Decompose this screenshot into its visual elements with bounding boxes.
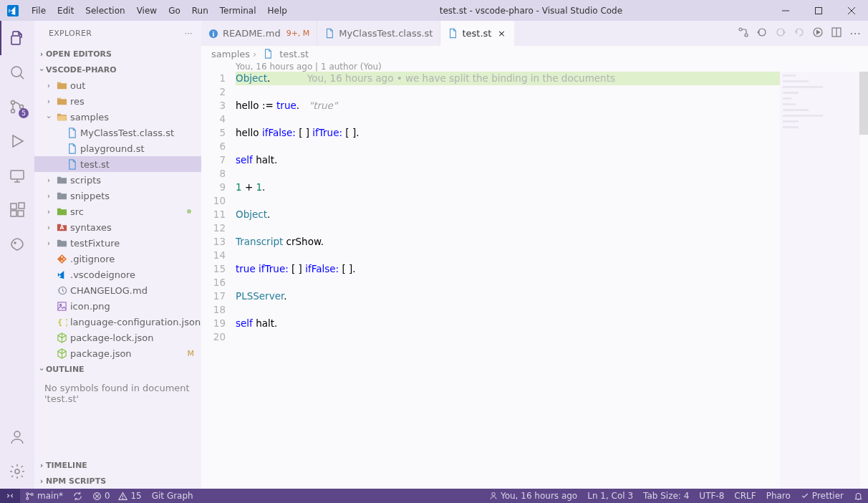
blame-status[interactable]: You, 16 hours ago bbox=[484, 489, 582, 503]
compare-icon[interactable] bbox=[736, 25, 751, 42]
menu-view[interactable]: View bbox=[131, 0, 163, 21]
menu-run[interactable]: Run bbox=[186, 0, 214, 21]
npm-scripts-section[interactable]: NPM SCRIPTS bbox=[34, 473, 201, 489]
run-icon[interactable] bbox=[811, 25, 825, 42]
extensions-activity-icon[interactable] bbox=[0, 193, 34, 227]
tree-item-package-lock-json[interactable]: package-lock.json bbox=[34, 330, 201, 345]
tree-item-samples[interactable]: samples bbox=[34, 109, 201, 125]
split-icon[interactable] bbox=[829, 25, 844, 42]
tab-readme-md[interactable]: iREADME.md9+, M bbox=[201, 21, 317, 46]
tree-item-playground-st[interactable]: playground.st bbox=[34, 140, 201, 156]
minimap[interactable] bbox=[780, 72, 859, 489]
timeline-section[interactable]: TIMELINE bbox=[34, 457, 201, 473]
tree-item-out[interactable]: out bbox=[34, 77, 201, 93]
settings-activity-icon[interactable] bbox=[0, 454, 34, 489]
code-line-12[interactable] bbox=[236, 221, 780, 235]
prev-change-icon[interactable] bbox=[755, 25, 769, 42]
menu-go[interactable]: Go bbox=[163, 0, 186, 21]
menu-edit[interactable]: Edit bbox=[52, 0, 79, 21]
menu-file[interactable]: File bbox=[26, 0, 52, 21]
scm-activity-icon[interactable]: 5 bbox=[0, 90, 34, 124]
chevron-icon bbox=[44, 97, 53, 105]
remote-indicator[interactable] bbox=[0, 489, 20, 503]
code-line-9[interactable]: 1 + 1. bbox=[236, 181, 780, 194]
formatter[interactable]: Prettier bbox=[796, 489, 849, 503]
close-tab-icon[interactable]: × bbox=[496, 28, 507, 39]
code-line-13[interactable]: Transcript crShow. bbox=[236, 235, 780, 249]
code-line-7[interactable]: self halt. bbox=[236, 153, 780, 167]
notifications-icon[interactable] bbox=[849, 489, 868, 503]
outline-section[interactable]: OUTLINE bbox=[34, 361, 201, 377]
pharo-activity-icon[interactable] bbox=[0, 227, 34, 262]
tree-item-test-st[interactable]: test.st bbox=[34, 156, 201, 172]
remote-activity-icon[interactable] bbox=[0, 158, 34, 193]
close-button[interactable] bbox=[835, 0, 868, 21]
breadcrumb-file[interactable]: test.st bbox=[279, 49, 309, 59]
code-line-10[interactable] bbox=[236, 194, 780, 208]
tree-item-src[interactable]: src bbox=[34, 203, 201, 219]
run-activity-icon[interactable] bbox=[0, 124, 34, 158]
language-mode[interactable]: Pharo bbox=[761, 489, 796, 503]
tree-item-icon-png[interactable]: icon.png bbox=[34, 298, 201, 314]
next-change-icon[interactable] bbox=[773, 25, 788, 42]
code-line-18[interactable] bbox=[236, 303, 780, 317]
branch-indicator[interactable]: main* bbox=[20, 489, 68, 503]
explorer-activity-icon[interactable] bbox=[0, 21, 34, 55]
code-line-15[interactable]: true ifTrue: [ ] ifFalse: [ ]. bbox=[236, 262, 780, 276]
breadcrumb[interactable]: samples › test.st bbox=[201, 46, 868, 62]
cursor-position[interactable]: Ln 1, Col 3 bbox=[582, 489, 638, 503]
code-line-2[interactable] bbox=[236, 85, 780, 99]
problems-indicator[interactable]: 0 15 bbox=[87, 489, 147, 503]
tab-more-icon[interactable]: ⋯ bbox=[848, 25, 862, 42]
tab-size[interactable]: Tab Size: 4 bbox=[638, 489, 694, 503]
tree-item-myclasstest-class-st[interactable]: MyClassTest.class.st bbox=[34, 125, 201, 140]
code-line-14[interactable] bbox=[236, 249, 780, 262]
encoding[interactable]: UTF-8 bbox=[694, 489, 729, 503]
sidebar-more-icon[interactable]: ⋯ bbox=[182, 27, 196, 39]
tree-item--gitignore[interactable]: .gitignore bbox=[34, 251, 201, 267]
maximize-button[interactable] bbox=[802, 0, 835, 21]
code-line-17[interactable]: PLSServer. bbox=[236, 289, 780, 303]
img-icon bbox=[56, 300, 67, 312]
tree-item-res[interactable]: res bbox=[34, 93, 201, 109]
tree-item-testfixture[interactable]: testFixture bbox=[34, 235, 201, 251]
editor[interactable]: 1234567891011121314151617181920 Object. … bbox=[201, 72, 868, 489]
tree-item-language-configuration-json[interactable]: { }language-configuration.json bbox=[34, 314, 201, 330]
code-line-8[interactable] bbox=[236, 167, 780, 181]
code-line-1[interactable]: Object. You, 16 hours ago • we have spli… bbox=[236, 72, 780, 85]
open-editors-section[interactable]: OPEN EDITORS bbox=[34, 46, 201, 62]
window-title: test.st - vscode-pharo - Visual Studio C… bbox=[293, 6, 769, 16]
vertical-scrollbar[interactable] bbox=[859, 72, 868, 489]
code-line-3[interactable]: hello := true. "true" bbox=[236, 99, 780, 112]
tree-item-changelog-md[interactable]: CHANGELOG.md bbox=[34, 282, 201, 298]
search-activity-icon[interactable] bbox=[0, 55, 34, 90]
account-activity-icon[interactable] bbox=[0, 420, 34, 454]
menu-help[interactable]: Help bbox=[262, 0, 293, 21]
workspace-section[interactable]: VSCODE-PHARO bbox=[34, 62, 201, 77]
tab-test-st[interactable]: test.st× bbox=[440, 21, 515, 46]
code-line-20[interactable] bbox=[236, 330, 780, 344]
code-line-6[interactable] bbox=[236, 140, 780, 153]
menu-terminal[interactable]: Terminal bbox=[214, 0, 262, 21]
tree-item-package-json[interactable]: package.jsonM bbox=[34, 345, 201, 361]
svg-rect-1 bbox=[816, 7, 822, 14]
tab-myclasstest-class-st[interactable]: MyClassTest.class.st bbox=[317, 21, 440, 46]
sync-indicator[interactable] bbox=[68, 489, 87, 503]
code-line-16[interactable] bbox=[236, 276, 780, 289]
code-line-4[interactable] bbox=[236, 112, 780, 126]
code-line-5[interactable]: hello ifFalse: [ ] ifTrue: [ ]. bbox=[236, 126, 780, 140]
revert-icon[interactable] bbox=[792, 25, 806, 42]
scrollbar-thumb[interactable] bbox=[859, 72, 868, 135]
code-line-19[interactable]: self halt. bbox=[236, 317, 780, 330]
tree-item-snippets[interactable]: snippets bbox=[34, 188, 201, 203]
eol[interactable]: CRLF bbox=[729, 489, 761, 503]
tree-item-syntaxes[interactable]: Asyntaxes bbox=[34, 219, 201, 235]
git-graph-indicator[interactable]: Git Graph bbox=[147, 489, 198, 503]
code-area[interactable]: Object. You, 16 hours ago • we have spli… bbox=[236, 72, 780, 489]
breadcrumb-folder[interactable]: samples bbox=[211, 49, 250, 59]
minimize-button[interactable] bbox=[769, 0, 802, 21]
tree-item-scripts[interactable]: scripts bbox=[34, 172, 201, 188]
code-line-11[interactable]: Object. bbox=[236, 208, 780, 221]
menu-selection[interactable]: Selection bbox=[79, 0, 130, 21]
tree-item--vscodeignore[interactable]: .vscodeignore bbox=[34, 267, 201, 282]
